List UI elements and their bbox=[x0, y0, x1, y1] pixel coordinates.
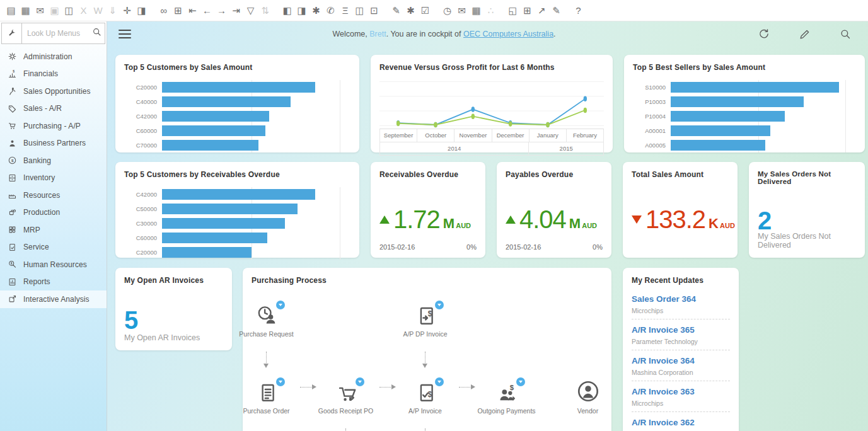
refresh-icon[interactable] bbox=[757, 28, 770, 40]
data-point[interactable] bbox=[472, 106, 475, 112]
sidebar-item-purchasing-a-p[interactable]: Purchasing - A/P bbox=[0, 117, 107, 135]
options-badge-icon[interactable] bbox=[356, 377, 364, 386]
lookup-search-icon[interactable] bbox=[92, 27, 102, 37]
edit-document-icon[interactable]: ✎ bbox=[389, 3, 403, 18]
bar-C40000[interactable] bbox=[162, 96, 291, 107]
bar-C20000[interactable] bbox=[162, 82, 315, 93]
split-icon[interactable]: ◫ bbox=[352, 3, 367, 18]
preview-icon[interactable]: ⊡ bbox=[367, 3, 381, 18]
previous-record-icon[interactable]: ← bbox=[200, 3, 214, 18]
recent-update-item[interactable]: A/R Invoice 363Microchips bbox=[632, 381, 730, 412]
recent-update-item[interactable]: A/R Invoice 364Mashina Corporation bbox=[632, 350, 730, 381]
recent-update-item[interactable]: A/R Invoice 362Earthshaker Corporation bbox=[632, 412, 730, 431]
data-point[interactable] bbox=[509, 121, 512, 127]
process-node-purchase-request[interactable] bbox=[256, 305, 277, 326]
sidebar-item-sales-a-r[interactable]: Sales - A/R bbox=[0, 100, 107, 118]
cockpit-window-icon[interactable]: ◱ bbox=[506, 3, 520, 18]
data-point[interactable] bbox=[434, 122, 437, 128]
kpi-count[interactable]: 2 bbox=[758, 207, 856, 235]
bar-C60000[interactable] bbox=[162, 125, 265, 136]
sidebar-item-mrp[interactable]: MRP bbox=[0, 221, 107, 239]
bar-A00001[interactable] bbox=[671, 125, 770, 136]
sidebar-item-inventory[interactable]: Inventory bbox=[0, 170, 107, 187]
recent-update-item[interactable]: Sales Order 364Microchips bbox=[632, 289, 730, 319]
data-point[interactable] bbox=[584, 108, 587, 113]
data-point[interactable] bbox=[584, 96, 587, 102]
bar-C20000[interactable] bbox=[162, 247, 252, 258]
options-badge-icon[interactable] bbox=[435, 301, 444, 309]
sidebar-item-service[interactable]: Service bbox=[0, 239, 107, 256]
process-node-ap-dp-invoice[interactable]: $ bbox=[415, 305, 436, 326]
move-icon[interactable]: ✛ bbox=[120, 3, 134, 18]
share-icon[interactable]: ↗ bbox=[535, 3, 549, 18]
target-document-icon[interactable]: ◨ bbox=[294, 3, 309, 18]
send-email-icon[interactable]: ✉ bbox=[33, 3, 47, 18]
document-settings-icon[interactable]: ✱ bbox=[309, 3, 323, 18]
org-chart-icon[interactable]: ∴ bbox=[483, 3, 498, 18]
sidebar-item-production[interactable]: Production bbox=[0, 204, 107, 222]
process-node-vendor[interactable] bbox=[576, 379, 600, 403]
search-icon[interactable] bbox=[840, 28, 852, 40]
process-node-outgoing-payments[interactable]: $ bbox=[496, 382, 518, 403]
process-node-ap-invoice[interactable]: $ bbox=[415, 382, 436, 403]
bar-C42000[interactable] bbox=[162, 111, 269, 122]
kpi-value[interactable]: 1.72MAUD bbox=[379, 205, 477, 234]
bar-A00005[interactable] bbox=[671, 140, 765, 151]
alerts-clock-icon[interactable]: ◷ bbox=[440, 3, 454, 18]
copy-table-icon[interactable]: ◫ bbox=[62, 3, 76, 18]
bar-P10003[interactable] bbox=[671, 96, 804, 107]
data-point[interactable] bbox=[396, 121, 400, 127]
update-link[interactable]: A/R Invoice 364 bbox=[632, 356, 730, 365]
options-badge-icon[interactable] bbox=[276, 377, 285, 386]
open-ar-count[interactable]: 5 bbox=[124, 306, 223, 335]
sidebar-item-banking[interactable]: $Banking bbox=[0, 152, 107, 170]
process-node-purchase-order[interactable] bbox=[256, 382, 277, 403]
help-icon[interactable]: ? bbox=[571, 3, 586, 18]
screenshot-icon[interactable]: ▣ bbox=[47, 3, 62, 18]
widget-gallery-icon[interactable]: ⊞ bbox=[520, 3, 535, 18]
sidebar-item-human-resources[interactable]: Human Resources bbox=[0, 256, 107, 273]
edit-cockpit-icon[interactable] bbox=[799, 28, 811, 40]
sidebar-item-financials[interactable]: $Financials bbox=[0, 66, 107, 83]
menu-tools-button[interactable] bbox=[1, 23, 22, 44]
user-settings-icon[interactable]: ✎ bbox=[549, 3, 564, 18]
kpi-value[interactable]: 4.04MAUD bbox=[506, 205, 603, 234]
bar-C42000[interactable] bbox=[162, 189, 315, 200]
update-link[interactable]: Sales Order 364 bbox=[632, 294, 730, 304]
update-link[interactable]: A/R Invoice 362 bbox=[632, 418, 730, 427]
data-point[interactable] bbox=[546, 122, 549, 128]
bar-P10004[interactable] bbox=[671, 111, 785, 122]
kpi-value[interactable]: 133.2KAUD bbox=[632, 205, 729, 234]
process-node-goods-receipt-po[interactable] bbox=[335, 382, 357, 403]
print-icon[interactable]: ▦ bbox=[18, 3, 33, 18]
calendar-icon[interactable]: ▦ bbox=[469, 3, 483, 18]
options-badge-icon[interactable] bbox=[435, 377, 444, 386]
first-record-icon[interactable]: ⇤ bbox=[185, 3, 200, 18]
sort-table-icon[interactable]: ⇅ bbox=[258, 3, 272, 18]
add-record-icon[interactable]: ⊞ bbox=[171, 3, 185, 18]
sidebar-item-reports[interactable]: Reports bbox=[0, 273, 107, 291]
export-pdf-icon[interactable]: ⇓ bbox=[105, 3, 120, 18]
recent-update-item[interactable]: A/R Invoice 365Parameter Technology bbox=[632, 319, 730, 350]
export-word-icon[interactable]: W bbox=[91, 3, 105, 18]
filter-table-icon[interactable]: ▽ bbox=[243, 3, 258, 18]
update-link[interactable]: A/R Invoice 365 bbox=[632, 325, 730, 335]
form-settings-icon[interactable]: ✱ bbox=[403, 3, 418, 18]
report-finder-icon[interactable]: ▤ bbox=[4, 3, 18, 18]
options-badge-icon[interactable] bbox=[516, 377, 525, 386]
bar-C50000[interactable] bbox=[162, 204, 298, 214]
bar-C30000[interactable] bbox=[162, 218, 285, 229]
sidebar-item-interactive-analysis[interactable]: Interactive Analysis bbox=[0, 290, 107, 308]
export-excel-icon[interactable]: X bbox=[76, 3, 91, 18]
company-link[interactable]: OEC Computers Australia bbox=[463, 30, 553, 38]
sidebar-item-business-partners[interactable]: Business Partners bbox=[0, 135, 107, 152]
sidebar-item-sales-opportunities[interactable]: Sales Opportunities bbox=[0, 83, 107, 100]
bar-S10000[interactable] bbox=[671, 82, 839, 93]
options-badge-icon[interactable] bbox=[276, 301, 285, 309]
sidebar-item-administration[interactable]: Administration bbox=[0, 48, 107, 66]
data-point[interactable] bbox=[472, 113, 475, 119]
base-document-icon[interactable]: ◧ bbox=[280, 3, 294, 18]
journal-entry-icon[interactable]: ◨ bbox=[134, 3, 149, 18]
messages-alert-icon[interactable]: ✉ bbox=[454, 3, 469, 18]
menu-toggle-icon[interactable] bbox=[119, 28, 131, 41]
